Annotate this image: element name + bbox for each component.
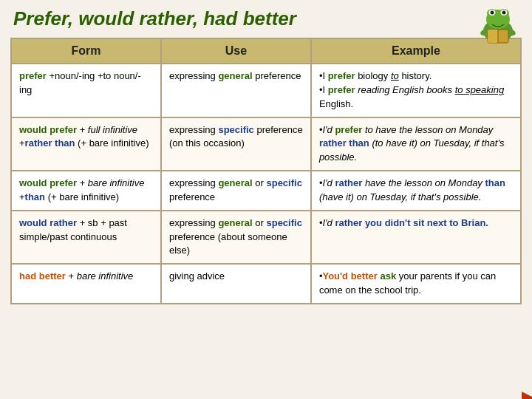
table-row: prefer +noun/-ing +to noun/-ingexpressin… bbox=[11, 64, 521, 117]
cell-form: would prefer + bare infinitive +than (+ … bbox=[11, 171, 161, 211]
arrow-right-icon bbox=[522, 392, 532, 399]
frog-mascot bbox=[476, 3, 520, 47]
cell-use: giving advice bbox=[161, 264, 311, 304]
cell-form: would prefer + full infinitive +rather t… bbox=[11, 117, 161, 171]
table-row: had better + bare infinitivegiving advic… bbox=[11, 264, 521, 304]
cell-use: expressing general or specific preferenc… bbox=[161, 211, 311, 265]
cell-example: •I'd prefer to have the lesson on Monday… bbox=[311, 117, 521, 171]
cell-example: •I prefer biology to history.•I prefer r… bbox=[311, 64, 521, 117]
header-use: Use bbox=[161, 38, 311, 64]
cell-use: expressing general preference bbox=[161, 64, 311, 117]
table-row: would rather + sb + past simple/past con… bbox=[11, 211, 521, 265]
page-container: Prefer, would rather, had better Form Us… bbox=[0, 0, 532, 399]
table-row: would prefer + full infinitive +rather t… bbox=[11, 117, 521, 171]
svg-point-6 bbox=[491, 11, 494, 15]
cell-form: would rather + sb + past simple/past con… bbox=[11, 211, 161, 265]
svg-point-7 bbox=[502, 11, 506, 15]
grammar-table: Form Use Example prefer +noun/-ing +to n… bbox=[10, 38, 522, 304]
cell-example: •You'd better ask your parents if you ca… bbox=[311, 264, 521, 304]
cell-form: prefer +noun/-ing +to noun/-ing bbox=[11, 64, 161, 117]
table-row: would prefer + bare infinitive +than (+ … bbox=[11, 171, 521, 211]
cell-use: expressing general or specific preferenc… bbox=[161, 171, 311, 211]
cell-use: expressing specific preference (on this … bbox=[161, 117, 311, 171]
page-title: Prefer, would rather, had better bbox=[10, 7, 522, 30]
cell-example: •I'd rather you didn't sit next to Brian… bbox=[311, 211, 521, 265]
cell-form: had better + bare infinitive bbox=[11, 264, 161, 304]
cell-example: •I'd rather have the lesson on Monday th… bbox=[311, 171, 521, 211]
svg-rect-11 bbox=[488, 30, 498, 43]
header-form: Form bbox=[11, 38, 161, 64]
